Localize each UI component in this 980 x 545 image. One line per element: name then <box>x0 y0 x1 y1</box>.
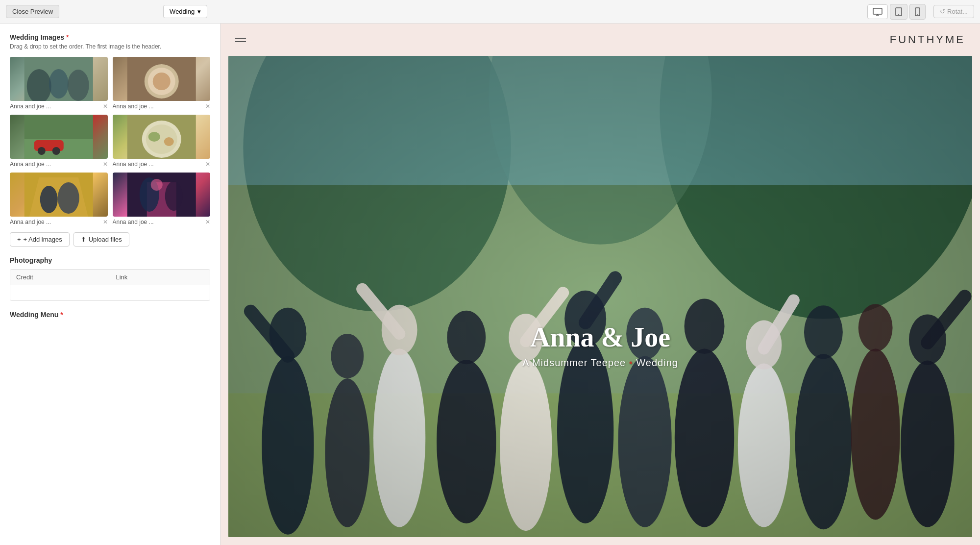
hamburger-line <box>235 41 246 42</box>
action-buttons: + + Add images ⬆ Upload files <box>10 232 210 247</box>
svg-point-25 <box>164 137 173 146</box>
add-images-label: + Add images <box>24 236 62 243</box>
photography-title: Photography <box>10 256 210 264</box>
image-thumbnail[interactable] <box>10 173 108 217</box>
dropdown-chevron-icon: ▾ <box>197 8 201 15</box>
image-label-row: Anna and joe ... ✕ <box>113 103 211 110</box>
close-preview-button[interactable]: Close Preview <box>6 5 59 18</box>
image-grid: Anna and joe ... ✕ Anna and joe ... ✕ <box>10 57 210 225</box>
upload-icon: ⬆ <box>81 236 86 243</box>
image-item: Anna and joe ... ✕ <box>113 57 211 110</box>
image-preview-svg <box>113 115 211 159</box>
image-item: Anna and joe ... ✕ <box>113 173 211 225</box>
remove-image-icon[interactable]: ✕ <box>103 103 108 110</box>
image-preview-svg <box>113 57 211 101</box>
image-label-row: Anna and joe ... ✕ <box>113 219 211 225</box>
link-column-header: Link <box>110 270 210 285</box>
svg-rect-11 <box>24 57 93 101</box>
upload-files-button[interactable]: ⬆ Upload files <box>74 232 129 247</box>
image-label: Anna and joe ... <box>10 219 101 225</box>
add-images-button[interactable]: + + Add images <box>10 232 70 247</box>
tablet-device-button[interactable] <box>890 4 907 20</box>
wedding-images-section-title: Wedding Images * <box>10 33 210 41</box>
image-label-row: Anna and joe ... ✕ <box>10 219 108 225</box>
svg-rect-0 <box>873 8 882 14</box>
rotate-label: Rotat... <box>947 8 968 15</box>
svg-point-29 <box>58 182 79 214</box>
photography-section: Photography Credit Link <box>10 256 210 301</box>
desktop-icon <box>873 8 882 16</box>
hero-crowd-svg <box>228 56 972 537</box>
image-label: Anna and joe ... <box>113 103 204 110</box>
image-label: Anna and joe ... <box>10 161 101 168</box>
svg-point-33 <box>165 181 182 211</box>
right-panel: FUNTHYME <box>220 24 980 545</box>
toolbar: Close Preview Wedding ▾ ↺ Rotat <box>0 0 980 24</box>
svg-point-19 <box>38 147 46 155</box>
wedding-dropdown-label: Wedding <box>170 8 195 15</box>
svg-point-6 <box>917 14 918 15</box>
image-preview-svg <box>113 173 211 217</box>
brand-name: FUNTHYME <box>890 33 965 46</box>
hamburger-line <box>235 38 246 39</box>
rotate-icon: ↺ <box>940 8 945 15</box>
image-preview-svg <box>10 57 108 101</box>
main-layout: Wedding Images * Drag & drop to set the … <box>0 24 980 545</box>
image-label: Anna and joe ... <box>113 219 204 225</box>
red-dot: • <box>629 357 633 368</box>
svg-point-28 <box>40 186 58 213</box>
remove-image-icon[interactable]: ✕ <box>103 219 108 225</box>
svg-rect-71 <box>228 56 972 537</box>
mobile-device-button[interactable] <box>909 4 926 20</box>
remove-image-icon[interactable]: ✕ <box>205 219 210 225</box>
required-star-menu: * <box>60 311 63 319</box>
image-preview-svg <box>10 173 108 217</box>
hero-title: Anna & Joe <box>228 322 972 353</box>
image-thumbnail[interactable] <box>113 115 211 159</box>
tablet-icon <box>895 7 902 16</box>
image-label-row: Anna and joe ... ✕ <box>10 161 108 168</box>
photography-table-header: Credit Link <box>10 270 210 285</box>
hero-image: Anna & Joe A Midsummer Teepee • Wedding <box>228 56 972 537</box>
image-thumbnail[interactable] <box>10 57 108 101</box>
image-item: Anna and joe ... ✕ <box>10 57 108 110</box>
hamburger-menu[interactable] <box>235 38 246 42</box>
device-icons: ↺ Rotat... <box>867 4 974 20</box>
image-item: Anna and joe ... ✕ <box>10 173 108 225</box>
svg-point-4 <box>898 14 899 15</box>
svg-point-34 <box>150 179 162 191</box>
rotate-button[interactable]: ↺ Rotat... <box>933 5 974 18</box>
image-thumbnail[interactable] <box>10 115 108 159</box>
mobile-icon <box>915 7 920 16</box>
image-label: Anna and joe ... <box>10 103 101 110</box>
remove-image-icon[interactable]: ✕ <box>205 161 210 168</box>
link-input[interactable] <box>110 285 210 300</box>
image-label-row: Anna and joe ... ✕ <box>113 161 211 168</box>
remove-image-icon[interactable]: ✕ <box>205 103 210 110</box>
svg-point-20 <box>52 147 60 155</box>
credit-input[interactable] <box>10 285 110 300</box>
wedding-menu-title: Wedding Menu * <box>10 311 210 319</box>
image-thumbnail[interactable] <box>113 173 211 217</box>
image-preview-svg <box>10 115 108 159</box>
hero-text: Anna & Joe A Midsummer Teepee • Wedding <box>228 322 972 369</box>
svg-point-15 <box>152 73 170 90</box>
wedding-dropdown[interactable]: Wedding ▾ <box>163 5 207 18</box>
plus-icon: + <box>17 236 21 243</box>
left-panel: Wedding Images * Drag & drop to set the … <box>0 24 220 545</box>
image-item: Anna and joe ... ✕ <box>10 115 108 168</box>
image-thumbnail[interactable] <box>113 57 211 101</box>
photography-table: Credit Link <box>10 269 210 301</box>
credit-column-header: Credit <box>10 270 110 285</box>
photography-input-row <box>10 285 210 300</box>
desktop-device-button[interactable] <box>867 4 888 19</box>
image-label: Anna and joe ... <box>113 161 204 168</box>
image-label-row: Anna and joe ... ✕ <box>10 103 108 110</box>
upload-files-label: Upload files <box>89 236 122 243</box>
svg-point-24 <box>148 132 160 142</box>
remove-image-icon[interactable]: ✕ <box>103 161 108 168</box>
image-item: Anna and joe ... ✕ <box>113 115 211 168</box>
drag-hint: Drag & drop to set the order. The first … <box>10 43 210 50</box>
required-star: * <box>66 33 69 41</box>
preview-nav: FUNTHYME <box>220 24 980 56</box>
